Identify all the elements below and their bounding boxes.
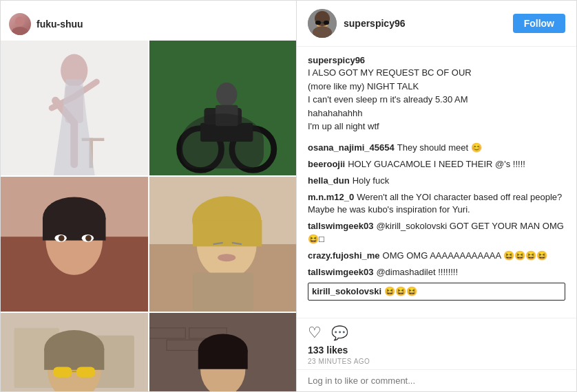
post-header: fuku-shuu (1, 8, 296, 41)
svg-point-36 (218, 254, 235, 261)
photo-cell-5 (1, 313, 148, 392)
comment-6: tallswimgeek03@dimashadilet !!!!!!!! (308, 266, 565, 279)
svg-rect-55 (198, 351, 247, 369)
caption-username: superspicy96 (308, 55, 365, 65)
photo-cell-1 (1, 41, 148, 175)
comment-2: hella_dunHoly fuck (308, 175, 565, 187)
photo-cell-4 (149, 177, 297, 312)
svg-rect-10 (82, 138, 105, 141)
actions-row: ♡ 💬 (297, 318, 576, 343)
comments-area[interactable]: superspicy96 I ALSO GOT MY REQUEST BC OF… (297, 47, 576, 318)
svg-point-17 (216, 83, 237, 107)
caption-text: I ALSO GOT MY REQUEST BC OF OUR (more li… (308, 66, 565, 133)
comment-3: m.n.m12_0Weren't all the YOI character b… (308, 191, 565, 216)
svg-rect-43 (44, 349, 104, 371)
svg-point-0 (15, 17, 25, 26)
left-panel: fuku-shuu (1, 1, 297, 391)
right-panel: superspicy96 Follow superspicy96 I ALSO … (297, 1, 576, 391)
comment-icon[interactable]: 💬 (331, 325, 348, 341)
add-comment-input[interactable] (308, 375, 565, 386)
follow-button[interactable]: Follow (513, 14, 565, 33)
svg-point-13 (179, 128, 221, 170)
photo-grid (1, 41, 296, 392)
svg-rect-9 (90, 138, 93, 168)
like-icon[interactable]: ♡ (308, 324, 322, 342)
likes-count: 133 likes (297, 343, 576, 357)
right-header: superspicy96 Follow (297, 1, 576, 47)
comment-highlighted: kirill_sokolovski😆😆😆 (308, 283, 565, 301)
left-username[interactable]: fuku-shuu (36, 19, 83, 30)
photo-cell-2 (149, 41, 297, 175)
svg-rect-32 (193, 220, 262, 246)
post-caption-block: superspicy96 I ALSO GOT MY REQUEST BC OF… (308, 54, 565, 133)
svg-point-3 (61, 54, 87, 87)
add-comment-row (297, 369, 576, 391)
svg-rect-63 (315, 21, 321, 25)
avatar-right (308, 9, 337, 38)
svg-rect-33 (193, 273, 253, 312)
photo-cell-3 (1, 177, 148, 312)
svg-point-27 (85, 235, 92, 241)
timestamp: 23 MINUTES AGO (297, 357, 576, 369)
svg-rect-23 (43, 218, 106, 241)
photo-cell-6 (149, 313, 297, 392)
comment-7: kirill_sokolovski😆😆😆 (308, 283, 565, 301)
comment-4: tallswimgeek03@kirill_sokolovski GOT GET… (308, 220, 565, 245)
avatar-left (9, 13, 31, 35)
comment-0: osana_najimi_45654They should meet 😊 (308, 142, 565, 154)
comment-1: beeroojiiHOLY GUACAMOLE I NEED THEIR @'s… (308, 158, 565, 171)
svg-point-26 (59, 235, 65, 241)
svg-rect-15 (200, 123, 253, 142)
comment-5: crazy.fujoshi_meOMG OMG AAAAAAAAAAAA 😆😆😆… (308, 250, 565, 262)
svg-rect-64 (324, 21, 329, 25)
svg-rect-45 (76, 367, 95, 378)
svg-rect-18 (215, 105, 238, 127)
svg-rect-4 (65, 85, 83, 122)
right-username[interactable]: superspicy96 (344, 18, 506, 29)
svg-rect-44 (53, 367, 72, 378)
svg-point-1 (12, 27, 28, 35)
